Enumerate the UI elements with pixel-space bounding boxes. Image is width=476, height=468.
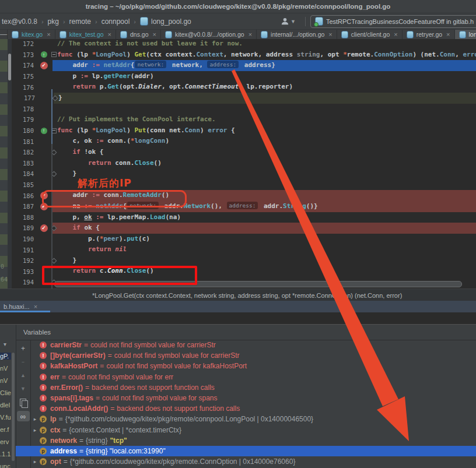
variable-row[interactable]: !conn.LocalAddr()=backend does not suppo…	[30, 403, 476, 414]
expand-chevron-icon[interactable]: ▸	[30, 427, 40, 433]
move-down-button[interactable]: ▼	[19, 384, 28, 393]
debug-session-tab[interactable]: b.huaxi... ×	[0, 301, 41, 312]
background-stripe	[0, 82, 8, 93]
frame-item[interactable]: .1.1	[0, 451, 11, 458]
variable-row[interactable]: ▸pctx={context.Context | *context.timerC…	[30, 425, 476, 435]
close-icon[interactable]: ×	[47, 31, 50, 38]
frame-item[interactable]: er.f	[0, 426, 11, 433]
editor-tab-internal/.../option.go[interactable]: internal/.../option.go×	[257, 30, 337, 39]
navigation-bar: tex@v0.0.8›pkg›remote›connpool›long_pool…	[0, 13, 476, 30]
expand-chevron-icon[interactable]: ▸	[30, 459, 40, 465]
equals-sign: =	[79, 447, 83, 455]
fold-marker-icon[interactable]	[52, 95, 58, 101]
frame-item[interactable]: erv	[0, 438, 11, 445]
editor-tab-kitex@v0.0.8/.../option.go[interactable]: kitex@v0.0.8/.../option.go×	[161, 30, 257, 39]
variables-panel-title: Variables	[23, 329, 51, 336]
frames-scrollbar[interactable]	[12, 353, 15, 461]
equals-sign: =	[96, 394, 100, 402]
close-icon[interactable]: ×	[249, 31, 252, 38]
tab-label: internal/.../option.go	[271, 31, 324, 38]
breadcrumb-separator: ›	[134, 18, 136, 25]
close-icon[interactable]: ×	[446, 31, 450, 38]
code-text: func (lp *LongPool) Put(conn net.Conn) e…	[57, 125, 235, 136]
go-file-icon	[261, 31, 268, 38]
frame-item[interactable]: nV	[0, 377, 11, 384]
background-stripe	[0, 39, 8, 50]
frame-item[interactable]: V.fu	[0, 414, 11, 421]
frame-item[interactable]: unc	[0, 463, 11, 468]
code-line-190: 190 p.(*peer).put(c)	[0, 234, 476, 245]
editor-tab-long_pool.go[interactable]: long_pool.go×	[455, 30, 476, 39]
breakpoint-icon[interactable]: ✓	[40, 62, 48, 69]
user-account-button[interactable]: ▼	[281, 17, 296, 26]
parameter-icon: p	[40, 416, 47, 423]
editor-tab-retryer.go[interactable]: retryer.go×	[402, 30, 455, 39]
breakpoint-icon[interactable]: ✓	[40, 224, 48, 232]
editor-tab-bar: — kitex.go×kitex_test.go×dns.go×kitex@v0…	[0, 30, 476, 40]
person-icon	[281, 17, 289, 26]
breadcrumb-item-remote[interactable]: remote	[69, 17, 91, 26]
frame-item[interactable]: Clie	[0, 389, 11, 396]
frame-item[interactable]: dlel	[0, 402, 11, 409]
code-editor[interactable]: 172// The context is not used but leave …	[0, 39, 476, 288]
variable-row[interactable]: ![]byte(carrierStr)=could not find symbo…	[30, 350, 476, 361]
tab-label: long_pool.go	[469, 31, 476, 38]
tab-label: kitex.go	[22, 31, 43, 38]
code-line-185: 185	[0, 180, 476, 191]
execution-point-signature: *LongPool.Get(ctx context.Context, netwo…	[0, 292, 402, 299]
variable-row[interactable]: !err.Error()=backend does not support fu…	[30, 382, 476, 393]
variable-row[interactable]: ▸popt={*github.com/cloudwego/kitex/pkg/r…	[30, 456, 476, 467]
editor-tab-client/client.go[interactable]: client/client.go×	[337, 30, 402, 39]
breadcrumb-file[interactable]: long_pool.go	[151, 17, 191, 26]
close-icon[interactable]: ×	[394, 31, 397, 38]
frame-item[interactable]: nV	[0, 365, 11, 372]
tabbar-dash-icon[interactable]: —	[0, 30, 8, 39]
code-text: }	[57, 168, 76, 180]
frame-item[interactable]: gP.	[0, 353, 11, 360]
equals-sign: =	[64, 458, 68, 466]
fold-collapse-icon[interactable]	[51, 52, 57, 57]
duplicate-button[interactable]	[19, 397, 28, 407]
variable-row[interactable]: !spans[i].tags=could not find symbol val…	[30, 393, 476, 403]
breadcrumb-item-tex@v0.0.8[interactable]: tex@v0.0.8	[2, 17, 37, 26]
expand-chevron-icon[interactable]: ▸	[30, 416, 40, 422]
implements-method-icon[interactable]: ↑	[41, 51, 47, 58]
tab-label: client/client.go	[351, 31, 390, 38]
variable-row[interactable]: !err=could not find symbol value for err	[30, 372, 476, 382]
background-stripe	[0, 159, 8, 170]
close-icon[interactable]: ×	[34, 303, 37, 310]
parameter-icon: p	[40, 427, 47, 434]
background-stripe	[0, 126, 8, 137]
close-icon[interactable]: ×	[328, 31, 332, 38]
variable-row[interactable]: paddress={string} "local.com:31990"	[30, 446, 476, 456]
move-up-button[interactable]: ▲	[19, 371, 28, 380]
variable-row[interactable]: pnetwork={string}"tcp"	[30, 435, 476, 446]
background-stripe	[0, 61, 8, 72]
variables-tree[interactable]: !carrierStr=could not find symbol value …	[30, 340, 476, 468]
close-icon[interactable]: ×	[108, 31, 111, 38]
background-scrollbar	[8, 54, 11, 80]
code-line-191: 191 return nil	[0, 244, 476, 255]
run-configuration-label: TestRPCTracingBusinessCodeFeatureOff in …	[326, 18, 474, 25]
editor-tab-kitex.go[interactable]: kitex.go×	[8, 30, 55, 39]
thread-dropdown-icon[interactable]: ▾	[4, 341, 6, 347]
breadcrumb-item-pkg[interactable]: pkg	[48, 17, 59, 26]
add-button[interactable]: +	[19, 344, 28, 353]
variable-row[interactable]: !carrierStr=could not find symbol value …	[30, 340, 476, 350]
close-icon[interactable]: ×	[153, 31, 156, 38]
run-configuration-selector[interactable]: TestRPCTracingBusinessCodeFeatureOff in …	[310, 15, 476, 28]
breadcrumb-item-connpool[interactable]: connpool	[102, 17, 130, 26]
variable-row[interactable]: ▸plp={*github.com/cloudwego/kitex/pkg/re…	[30, 414, 476, 424]
editor-tab-kitex_test.go[interactable]: kitex_test.go×	[55, 30, 116, 39]
code-line-174: 174✓ addr := netAddr{network: network, a…	[0, 60, 476, 71]
editor-tab-dns.go[interactable]: dns.go×	[116, 30, 161, 39]
remove-button[interactable]: −	[19, 357, 28, 367]
copy-icon	[20, 399, 26, 406]
variable-row[interactable]: !kafkaHostPort=could not find symbol val…	[30, 361, 476, 371]
background-stripe	[0, 169, 8, 180]
watch-button[interactable]: ∞	[17, 411, 30, 421]
debug-variables-panel: ▾ gP.nVnVCliedlelV.fuer.ferv.1.1uncunc V…	[0, 324, 476, 468]
code-text: addr := netAddr{network: network, addres…	[57, 60, 275, 71]
error-icon: !	[40, 395, 47, 402]
implements-method-icon[interactable]: ↑	[41, 128, 47, 134]
